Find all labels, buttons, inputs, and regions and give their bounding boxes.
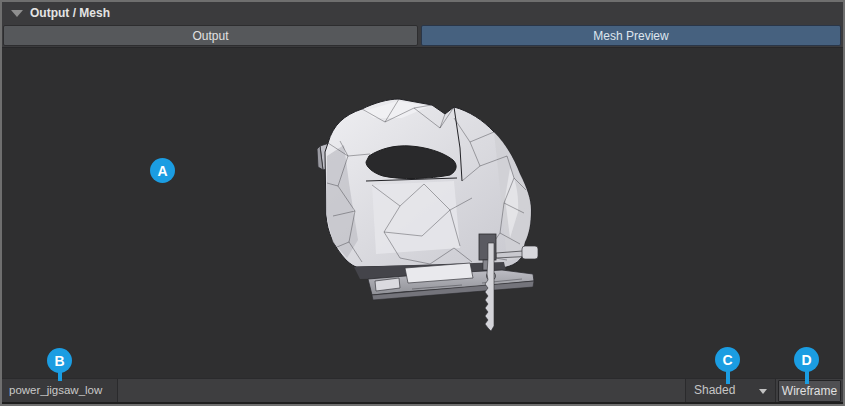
- annotation-badge-b: B: [47, 348, 72, 373]
- panel-title: Output / Mesh: [30, 6, 110, 20]
- model-name-label[interactable]: power_jigsaw_low: [2, 379, 118, 403]
- annotation-badge-c: C: [715, 347, 740, 372]
- foldout-triangle-icon[interactable]: [11, 10, 23, 17]
- jigsaw-mesh: [2, 48, 843, 379]
- tab-bar: Output Mesh Preview: [2, 24, 843, 47]
- chevron-down-icon: [759, 389, 767, 394]
- tab-mesh-preview[interactable]: Mesh Preview: [421, 25, 841, 46]
- mesh-preview-viewport[interactable]: [2, 47, 843, 378]
- output-mesh-panel: Output / Mesh Output Mesh Preview: [0, 0, 845, 406]
- annotation-badge-a: A: [150, 158, 175, 183]
- preview-toolbar: power_jigsaw_low Shaded Wireframe: [2, 378, 843, 402]
- tab-output-label: Output: [192, 29, 228, 43]
- panel-header: Output / Mesh: [2, 2, 843, 24]
- tab-mesh-preview-label: Mesh Preview: [593, 29, 668, 43]
- shading-mode-dropdown[interactable]: Shaded: [685, 379, 776, 403]
- shading-mode-value: Shaded: [694, 383, 735, 397]
- tab-output[interactable]: Output: [3, 25, 418, 46]
- annotation-badge-d: D: [794, 347, 819, 372]
- wireframe-toggle-button[interactable]: Wireframe: [778, 380, 841, 402]
- bottom-divider: [2, 402, 843, 404]
- wireframe-toggle-label: Wireframe: [782, 384, 837, 398]
